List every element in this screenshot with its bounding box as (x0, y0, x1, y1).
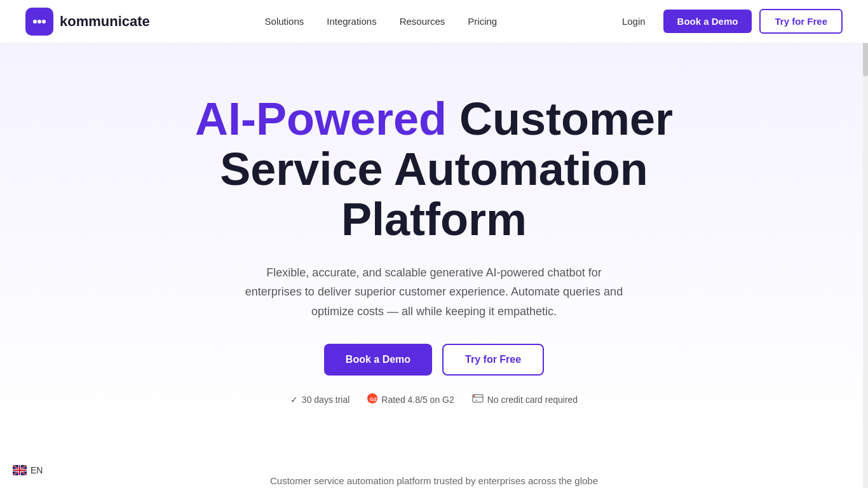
card-icon (472, 394, 484, 405)
svg-point-2 (37, 20, 41, 24)
navbar-actions: Login Book a Demo Try for Free (612, 9, 843, 34)
trusted-label: Customer service automation platform tru… (25, 475, 843, 486)
hero-title: AI-Powered Customer Service Automation P… (173, 94, 695, 245)
scrollbar[interactable] (863, 0, 868, 488)
svg-point-1 (33, 20, 37, 24)
trusted-section: Customer service automation platform tru… (0, 444, 868, 488)
credit-text: No credit card required (487, 395, 578, 405)
g2-icon: G2 (367, 393, 377, 405)
trial-text: 30 days trial (302, 395, 349, 405)
nav-integrations[interactable]: Integrations (327, 16, 376, 27)
hero-book-demo-button[interactable]: Book a Demo (324, 344, 432, 376)
credit-badge: No credit card required (472, 394, 578, 405)
nav-pricing[interactable]: Pricing (468, 16, 497, 27)
uk-flag-icon (13, 465, 27, 475)
language-selector[interactable]: EN (13, 465, 43, 475)
rating-text: Rated 4.8/5 on G2 (381, 395, 454, 405)
logo-text: kommunicate (60, 13, 150, 30)
nav-solutions[interactable]: Solutions (265, 16, 304, 27)
login-button[interactable]: Login (612, 11, 656, 32)
nav-try-free-button[interactable]: Try for Free (759, 9, 843, 34)
svg-rect-21 (13, 470, 27, 471)
hero-try-free-button[interactable]: Try for Free (442, 344, 544, 376)
language-code: EN (31, 465, 43, 475)
trial-badge: ✓ 30 days trial (290, 395, 349, 405)
hero-description: Flexible, accurate, and scalable generat… (237, 263, 631, 322)
hero-trust-badges: ✓ 30 days trial G2 Rated 4.8/5 on G2 (25, 393, 843, 405)
svg-text:G2: G2 (370, 396, 377, 402)
logo-link[interactable]: kommunicate (25, 8, 150, 36)
rating-badge: G2 Rated 4.8/5 on G2 (367, 393, 454, 405)
hero-buttons: Book a Demo Try for Free (25, 344, 843, 376)
nav-resources[interactable]: Resources (400, 16, 445, 27)
hero-section: AI-Powered Customer Service Automation P… (0, 43, 868, 444)
hero-title-ai: AI-Powered (195, 93, 447, 144)
nav-book-demo-button[interactable]: Book a Demo (663, 10, 752, 33)
check-icon: ✓ (290, 395, 298, 405)
navbar: kommunicate Solutions Integrations Resou… (0, 0, 868, 43)
kommunicate-logo-icon (25, 8, 53, 36)
navbar-links: Solutions Integrations Resources Pricing (265, 16, 498, 27)
svg-point-3 (42, 20, 46, 24)
